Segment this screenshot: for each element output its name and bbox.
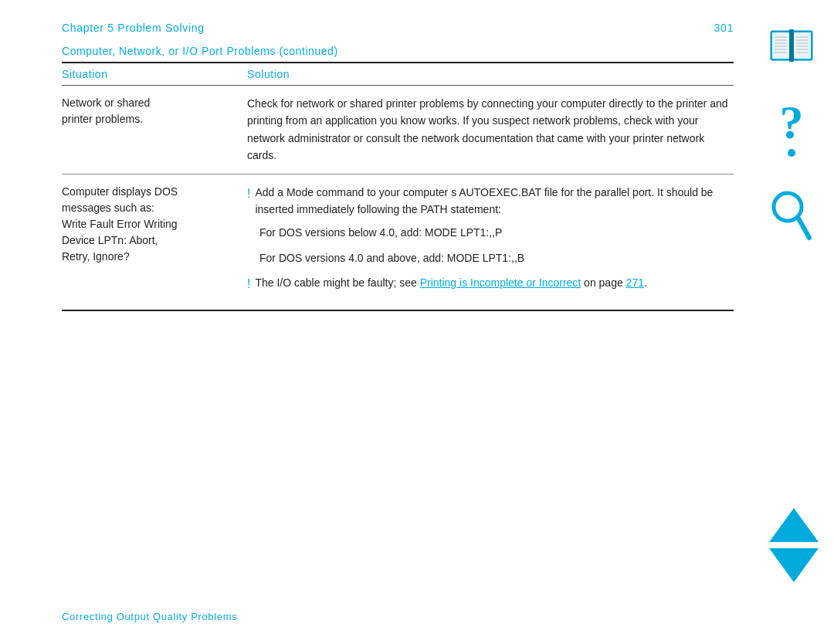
main-content: Chapter 5 Problem Solving 301 Computer, … <box>62 22 734 311</box>
svg-rect-4 <box>794 32 811 59</box>
situation-cell-2: Computer displays DOS messages such as: … <box>62 184 247 300</box>
section-title: Computer, Network, or I/O Port Problems … <box>62 45 734 57</box>
bullet-mark-1: ! <box>247 184 250 204</box>
col-situation-header: Situation <box>62 68 247 80</box>
table-header: Situation Solution <box>62 63 734 86</box>
bullet-mark-2: ! <box>247 274 250 294</box>
bullet-text-1: Add a Mode command to your computer s AU… <box>255 184 734 219</box>
bullet-item-2: ! The I/O cable might be faulty; see Pri… <box>247 274 734 294</box>
solution-cell-2: ! Add a Mode command to your computer s … <box>247 184 734 300</box>
incomplete-link[interactable]: Printing is Incomplete or Incorrect <box>420 276 581 289</box>
question-dot <box>788 149 795 157</box>
table-row: Computer displays DOS messages such as: … <box>62 175 734 311</box>
header-row: Chapter 5 Problem Solving 301 <box>62 22 734 34</box>
question-icon-block[interactable]: ? <box>764 85 819 162</box>
book-icon-block[interactable] <box>764 15 819 77</box>
chapter-header: Chapter 5 Problem Solving <box>62 22 205 34</box>
sidebar-icons: ? <box>764 15 819 255</box>
footer-link[interactable]: Correcting Output Quality Problems <box>62 611 237 622</box>
question-mark-icon: ? <box>780 98 804 146</box>
page-number: 301 <box>714 22 734 34</box>
dos-version-low: For DOS versions below 4.0, add: MODE LP… <box>247 224 734 241</box>
svg-rect-3 <box>772 32 789 59</box>
col-solution-header: Solution <box>247 68 734 80</box>
solution-text-1: Check for network or shared printer prob… <box>247 95 734 164</box>
magnifier-icon-block[interactable] <box>764 178 819 247</box>
bullet-text-2: The I/O cable might be faulty; see Print… <box>255 274 646 291</box>
page-271-link[interactable]: 271 <box>626 276 644 289</box>
magnifier-icon <box>771 190 812 242</box>
table-row: Network or sharedprinter problems. Check… <box>62 86 734 175</box>
dos-version-high: For DOS versions 4.0 and above, add: MOD… <box>247 249 734 266</box>
book-icon <box>769 26 814 66</box>
arrow-down-icon[interactable] <box>769 548 819 582</box>
svg-rect-2 <box>789 29 794 62</box>
situation-cell-1: Network or sharedprinter problems. <box>62 95 247 164</box>
svg-line-18 <box>798 217 809 238</box>
arrow-up-icon[interactable] <box>769 508 819 542</box>
solution-cell-1: Check for network or shared printer prob… <box>247 95 734 164</box>
bottom-arrows <box>769 508 819 582</box>
bullet-item-1: ! Add a Mode command to your computer s … <box>247 184 734 219</box>
